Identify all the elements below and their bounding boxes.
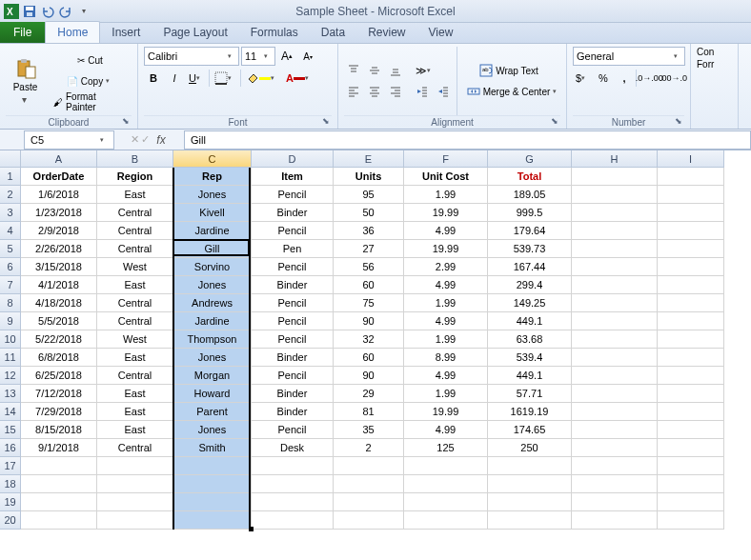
cell[interactable]: 1/6/2018 bbox=[21, 186, 97, 204]
column-header-H[interactable]: H bbox=[572, 150, 658, 168]
cell[interactable] bbox=[658, 258, 724, 276]
column-header-C[interactable]: C bbox=[173, 150, 252, 168]
cell[interactable]: Central bbox=[97, 204, 173, 222]
cell[interactable] bbox=[572, 186, 658, 204]
cell[interactable] bbox=[252, 457, 334, 475]
cell[interactable] bbox=[658, 457, 724, 475]
percent-format-button[interactable]: % bbox=[594, 69, 613, 88]
cell[interactable] bbox=[252, 511, 334, 530]
cell[interactable]: West bbox=[97, 330, 173, 349]
cell[interactable]: Pencil bbox=[252, 421, 334, 439]
format-as-table-partial[interactable]: Forr bbox=[697, 59, 714, 70]
cell[interactable]: Jones bbox=[173, 276, 252, 294]
cell[interactable] bbox=[488, 457, 572, 475]
align-center-button[interactable] bbox=[365, 82, 384, 101]
cell[interactable] bbox=[572, 294, 658, 312]
tab-formulas[interactable]: Formulas bbox=[239, 22, 310, 43]
increase-decimal-button[interactable]: .0→.00 bbox=[639, 69, 660, 88]
cell[interactable]: 56 bbox=[334, 258, 404, 276]
row-header[interactable]: 15 bbox=[0, 421, 21, 439]
cell[interactable]: Binder bbox=[252, 204, 334, 222]
cell[interactable]: Jardine bbox=[173, 312, 252, 330]
dialog-launcher-icon[interactable]: ⬊ bbox=[673, 116, 684, 128]
decrease-font-button[interactable]: A▾ bbox=[298, 47, 317, 66]
cell[interactable] bbox=[173, 493, 252, 511]
align-bottom-button[interactable] bbox=[386, 61, 405, 80]
cell[interactable] bbox=[572, 240, 658, 258]
cell[interactable]: 19.99 bbox=[404, 204, 488, 222]
cell[interactable]: 2/26/2018 bbox=[21, 240, 97, 258]
cell[interactable] bbox=[572, 475, 658, 493]
cell[interactable] bbox=[658, 511, 724, 530]
increase-indent-button[interactable] bbox=[434, 82, 453, 101]
cell[interactable] bbox=[334, 511, 404, 530]
cell[interactable]: Units bbox=[334, 168, 404, 186]
cell[interactable] bbox=[658, 240, 724, 258]
cell[interactable] bbox=[658, 294, 724, 312]
cell[interactable] bbox=[572, 168, 658, 186]
font-size-combo[interactable]: 11▾ bbox=[241, 47, 275, 66]
cell[interactable] bbox=[488, 475, 572, 493]
dialog-launcher-icon[interactable]: ⬊ bbox=[320, 116, 332, 128]
cell[interactable]: 125 bbox=[404, 439, 488, 457]
cell[interactable] bbox=[404, 457, 488, 475]
align-middle-button[interactable] bbox=[365, 61, 384, 80]
cell[interactable] bbox=[488, 493, 572, 511]
cell[interactable] bbox=[572, 204, 658, 222]
cell[interactable]: 539.4 bbox=[488, 349, 572, 367]
column-header-I[interactable]: I bbox=[658, 150, 724, 168]
cell[interactable] bbox=[334, 475, 404, 493]
cell[interactable] bbox=[572, 493, 658, 511]
cell[interactable]: 179.64 bbox=[488, 222, 572, 240]
cell[interactable]: Item bbox=[252, 168, 334, 186]
insert-function-button[interactable]: fx bbox=[152, 133, 171, 147]
column-header-D[interactable]: D bbox=[252, 150, 334, 168]
cell[interactable] bbox=[97, 493, 173, 511]
tab-view[interactable]: View bbox=[417, 22, 465, 43]
cell[interactable]: Region bbox=[97, 168, 173, 186]
formula-input[interactable]: Gill bbox=[184, 130, 751, 150]
cell[interactable]: 75 bbox=[334, 294, 404, 312]
cell[interactable]: 7/12/2018 bbox=[21, 385, 97, 403]
redo-icon[interactable] bbox=[58, 4, 73, 19]
cell[interactable]: Howard bbox=[173, 385, 252, 403]
cell[interactable] bbox=[572, 511, 658, 530]
cell[interactable]: 4/1/2018 bbox=[21, 276, 97, 294]
cell[interactable]: 1/23/2018 bbox=[21, 204, 97, 222]
cell[interactable] bbox=[572, 349, 658, 367]
cell[interactable] bbox=[572, 457, 658, 475]
cell[interactable]: 7/29/2018 bbox=[21, 403, 97, 421]
row-header[interactable]: 6 bbox=[0, 258, 21, 276]
cell[interactable] bbox=[488, 511, 572, 530]
cell[interactable] bbox=[97, 511, 173, 530]
cell[interactable]: 167.44 bbox=[488, 258, 572, 276]
cell[interactable]: 4/18/2018 bbox=[21, 294, 97, 312]
cell[interactable]: Pencil bbox=[252, 312, 334, 330]
row-header[interactable]: 8 bbox=[0, 294, 21, 312]
cell[interactable]: 189.05 bbox=[488, 186, 572, 204]
cell[interactable]: 1.99 bbox=[404, 385, 488, 403]
cell[interactable]: 36 bbox=[334, 222, 404, 240]
row-header[interactable]: 7 bbox=[0, 276, 21, 294]
align-right-button[interactable] bbox=[386, 82, 405, 101]
cell[interactable]: Central bbox=[97, 367, 173, 385]
row-header[interactable]: 1 bbox=[0, 168, 21, 186]
comma-format-button[interactable]: , bbox=[615, 69, 634, 88]
cell[interactable] bbox=[658, 403, 724, 421]
cell[interactable]: Jardine bbox=[173, 222, 252, 240]
cell[interactable]: 19.99 bbox=[404, 403, 488, 421]
tab-page-layout[interactable]: Page Layout bbox=[152, 22, 238, 43]
cell[interactable]: 6/25/2018 bbox=[21, 367, 97, 385]
row-header[interactable]: 2 bbox=[0, 186, 21, 204]
cell[interactable] bbox=[658, 186, 724, 204]
cell[interactable]: Jones bbox=[173, 349, 252, 367]
cell[interactable]: 2 bbox=[334, 439, 404, 457]
cell[interactable] bbox=[572, 439, 658, 457]
name-box[interactable]: C5▾ bbox=[24, 130, 114, 150]
cell[interactable] bbox=[404, 475, 488, 493]
column-header-F[interactable]: F bbox=[404, 150, 488, 168]
cell[interactable] bbox=[658, 421, 724, 439]
cell[interactable] bbox=[572, 258, 658, 276]
cell[interactable]: 57.71 bbox=[488, 385, 572, 403]
cell[interactable] bbox=[572, 330, 658, 349]
